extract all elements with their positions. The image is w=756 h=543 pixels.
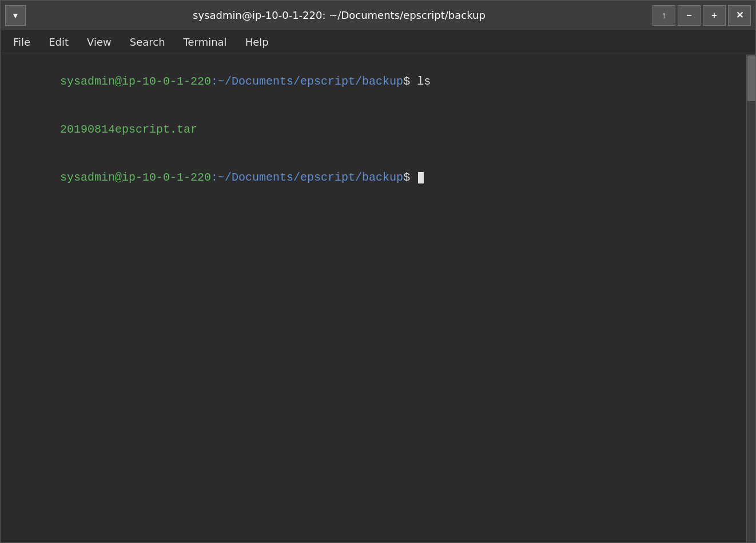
close-button[interactable]: ✕ [728, 5, 751, 26]
terminal-window: ▼ sysadmin@ip-10-0-1-220: ~/Documents/ep… [0, 0, 756, 543]
window-controls: ↑ − + ✕ [652, 5, 751, 26]
new-tab-button[interactable]: + [703, 5, 726, 26]
prompt-user-2: sysadmin@ip-10-0-1-220 [60, 171, 211, 184]
terminal-content: sysadmin@ip-10-0-1-220:~/Documents/epscr… [1, 54, 755, 542]
cmd-ls: ls [410, 75, 431, 88]
terminal-line-3: sysadmin@ip-10-0-1-220:~/Documents/epscr… [5, 154, 742, 202]
window-title: sysadmin@ip-10-0-1-220: ~/Documents/epsc… [26, 9, 652, 21]
menu-file[interactable]: File [5, 34, 38, 50]
prompt-dollar-1: $ [403, 75, 410, 88]
menu-bar: File Edit View Search Terminal Help [1, 30, 755, 54]
scrollbar[interactable] [746, 54, 755, 542]
menu-search[interactable]: Search [122, 34, 173, 50]
file-output: 20190814epscript.tar [60, 123, 197, 136]
minimize-button[interactable]: − [678, 5, 701, 26]
scrollbar-thumb[interactable] [747, 55, 755, 101]
menu-view[interactable]: View [79, 34, 120, 50]
dropdown-button[interactable]: ▼ [5, 5, 26, 26]
terminal-cursor [418, 172, 424, 183]
title-bar: ▼ sysadmin@ip-10-0-1-220: ~/Documents/ep… [1, 1, 755, 30]
cmd-empty [410, 171, 417, 184]
terminal-line-2: 20190814epscript.tar [5, 106, 742, 154]
menu-help[interactable]: Help [237, 34, 277, 50]
prompt-user-1: sysadmin@ip-10-0-1-220 [60, 75, 211, 88]
terminal-line-1: sysadmin@ip-10-0-1-220:~/Documents/epscr… [5, 58, 742, 106]
scroll-up-button[interactable]: ↑ [652, 5, 675, 26]
terminal-text-area[interactable]: sysadmin@ip-10-0-1-220:~/Documents/epscr… [1, 54, 746, 542]
menu-terminal[interactable]: Terminal [176, 34, 235, 50]
menu-edit[interactable]: Edit [41, 34, 77, 50]
prompt-path-2: :~/Documents/epscript/backup [211, 171, 403, 184]
title-bar-left: ▼ [5, 5, 26, 26]
prompt-dollar-2: $ [403, 171, 410, 184]
prompt-path-1: :~/Documents/epscript/backup [211, 75, 403, 88]
